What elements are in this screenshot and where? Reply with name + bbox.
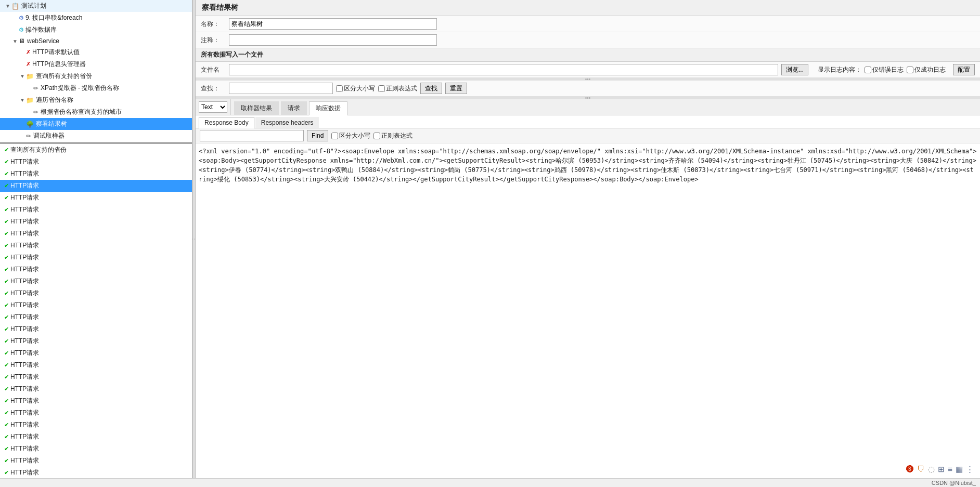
result-item-8[interactable]: ✔ HTTP请求 [0, 240, 192, 252]
sidebar-item-iterate[interactable]: ▼ 📁 遍历省份名称 [0, 94, 192, 106]
sidebar-label-xpath: XPath提取器 - 提取省份名称 [41, 84, 119, 93]
result-item-13[interactable]: ✔ HTTP请求 [0, 299, 192, 311]
result-item-25[interactable]: ✔ HTTP请求 [0, 443, 192, 455]
write-all-label: 所有数据写入一个文件 [201, 50, 263, 59]
green-check-icon20: ✔ [4, 386, 9, 392]
green-check-icon22: ✔ [4, 410, 9, 416]
find-button[interactable]: Find [307, 130, 328, 141]
green-check-icon2: ✔ [4, 170, 9, 177]
name-input[interactable] [229, 18, 437, 30]
green-check-icon14: ✔ [4, 314, 9, 321]
result-item-provinces[interactable]: ✔ 查询所有支持的省份 [0, 144, 192, 156]
result-item-26[interactable]: ✔ HTTP请求 [0, 455, 192, 467]
result-item-11[interactable]: ✔ HTTP请求 [0, 275, 192, 287]
result-item-19[interactable]: ✔ HTTP请求 [0, 371, 192, 383]
result-item-16[interactable]: ✔ HTTP请求 [0, 335, 192, 347]
green-check-icon25: ✔ [4, 445, 9, 452]
sidebar-item-query-cities[interactable]: ✏ 根据省份名称查询支持的城市 [0, 106, 192, 118]
tab-response-data[interactable]: 响应数据 [309, 101, 347, 115]
tab-request[interactable]: 请求 [281, 101, 307, 115]
find-case-checkbox[interactable] [331, 133, 338, 139]
config-button[interactable]: 配置 [953, 64, 975, 75]
find-regex-checkbox[interactable] [373, 133, 380, 139]
regex-checkbox[interactable] [378, 85, 385, 92]
sidebar-label-plan: 测试计划 [21, 2, 46, 10]
inner-tab-response-body[interactable]: Response Body [199, 117, 254, 128]
sidebar-item-view-results[interactable]: 🌳 察看结果树 [0, 118, 192, 130]
name-label: 名称： [201, 20, 226, 29]
result-item-5[interactable]: ✔ HTTP请求 [0, 204, 192, 216]
format-dropdown[interactable]: Text XML JSON HTML [199, 101, 227, 113]
green-check-icon8: ✔ [4, 242, 9, 249]
inner-tab-response-headers[interactable]: Response headers [255, 117, 319, 128]
result-item-4[interactable]: ✔ HTTP请求 [0, 192, 192, 204]
success-log-checkbox[interactable] [907, 67, 913, 73]
result-item-15[interactable]: ✔ HTTP请求 [0, 323, 192, 335]
case-sensitive-checkbox[interactable] [336, 85, 343, 92]
filename-input[interactable] [229, 64, 778, 75]
green-check-icon4: ✔ [4, 194, 9, 201]
search-input[interactable] [229, 83, 333, 94]
result-item-24[interactable]: ✔ HTTP请求 [0, 431, 192, 443]
sidebar-item-xpath[interactable]: ✏ XPath提取器 - 提取省份名称 [0, 82, 192, 94]
chart-icon: ▦ [956, 465, 963, 474]
green-check-icon9: ✔ [4, 254, 9, 261]
sidebar-label-debug: 调试取样器 [33, 131, 65, 140]
name-row: 名称： [196, 16, 980, 32]
result-label-22: HTTP请求 [10, 409, 39, 417]
result-item-9[interactable]: ✔ HTTP请求 [0, 252, 192, 264]
sidebar-item-debug[interactable]: ✏ 调试取样器 [0, 130, 192, 142]
result-item-23[interactable]: ✔ HTTP请求 [0, 419, 192, 431]
xml-content-area: <?xml version="1.0" encoding="utf-8"?><s… [196, 143, 980, 478]
success-log-label: 仅成功日志 [907, 65, 946, 74]
error-log-checkbox[interactable] [865, 67, 871, 73]
search-label: 查找： [201, 84, 226, 93]
sidebar-item-http-default[interactable]: ✗ HTTP请求默认值 [0, 46, 192, 58]
result-item-3-selected[interactable]: ✔ HTTP请求 [0, 180, 192, 192]
result-label-24: HTTP请求 [10, 432, 39, 441]
sidebar-item-webservice[interactable]: ▼ 🖥 webService [0, 36, 192, 46]
sidebar-item-datatable[interactable]: ⚙ 操作数据库 [0, 24, 192, 36]
result-item-21[interactable]: ✔ HTTP请求 [0, 395, 192, 407]
browse-button[interactable]: 浏览... [781, 64, 808, 75]
result-item-17[interactable]: ✔ HTTP请求 [0, 347, 192, 359]
green-check-icon21: ✔ [4, 398, 9, 404]
result-item-2[interactable]: ✔ HTTP请求 [0, 168, 192, 180]
result-item-18[interactable]: ✔ HTTP请求 [0, 359, 192, 371]
result-item-14[interactable]: ✔ HTTP请求 [0, 311, 192, 323]
result-item-22[interactable]: ✔ HTTP请求 [0, 407, 192, 419]
find-input[interactable] [200, 130, 304, 141]
list2-icon: ≡ [948, 465, 952, 474]
result-label-15: HTTP请求 [10, 325, 39, 334]
floating-icons: 🅢 ⛉ ◌ ⊞ ≡ ▦ ⋮ [906, 465, 974, 474]
tab-sampler-result[interactable]: 取样器结果 [234, 101, 279, 115]
result-item-6[interactable]: ✔ HTTP请求 [0, 216, 192, 228]
result-label-1: HTTP请求 [10, 157, 39, 166]
green-check-icon3: ✔ [4, 182, 9, 189]
xml-text: <?xml version="1.0" encoding="utf-8"?><s… [199, 147, 977, 184]
log-display-label: 显示日志内容： [818, 65, 861, 74]
reset-button[interactable]: 重置 [445, 83, 467, 94]
find-case-label: 区分大小写 [331, 131, 370, 140]
sidebar-item-foreach[interactable]: ⚙ 9. 接口串联&foreach [0, 12, 192, 24]
comment-label: 注释： [201, 36, 226, 45]
sidebar-item-plan[interactable]: ▼ 📋 测试计划 [0, 0, 192, 12]
sidebar-label-query-cities: 根据省份名称查询支持的城市 [41, 108, 122, 116]
green-check-icon24: ✔ [4, 433, 9, 440]
result-item-20[interactable]: ✔ HTTP请求 [0, 383, 192, 395]
result-item-7[interactable]: ✔ HTTP请求 [0, 228, 192, 240]
result-item-10[interactable]: ✔ HTTP请求 [0, 264, 192, 275]
green-check-icon23: ✔ [4, 422, 9, 428]
red-x-icon2: ✗ [26, 61, 31, 68]
result-item-1[interactable]: ✔ HTTP请求 [0, 156, 192, 168]
expand-icon: ▼ [4, 3, 11, 9]
result-item-12[interactable]: ✔ HTTP请求 [0, 287, 192, 299]
sidebar-item-http-header[interactable]: ✗ HTTP信息头管理器 [0, 58, 192, 70]
search-button[interactable]: 查找 [420, 83, 442, 94]
plan-icon: 📋 [11, 3, 19, 10]
result-item-27[interactable]: ✔ HTTP请求 [0, 467, 192, 478]
pencil-icon: ✏ [33, 85, 38, 92]
sidebar-item-query-provinces[interactable]: ▼ 📁 查询所有支持的省份 [0, 70, 192, 82]
sidebar-label-http-header: HTTP信息头管理器 [32, 60, 86, 69]
comment-input[interactable] [229, 34, 437, 46]
